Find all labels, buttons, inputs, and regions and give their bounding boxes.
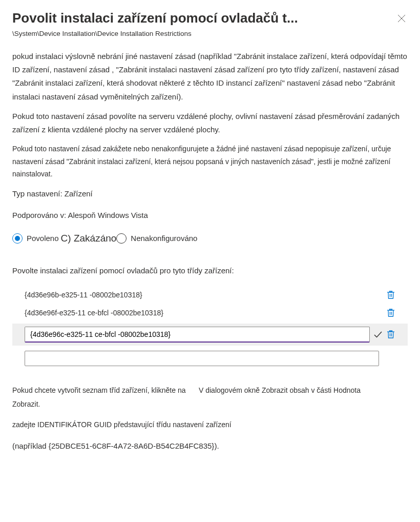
bottom-text-p3: (například {25DBCE51-6C8F-4A72-8A6D-B54C… [12,439,408,454]
delete-button[interactable] [386,290,395,299]
radio-circle-icon [116,233,127,244]
description-p3: Pokud toto nastavení zásad zakážete nebo… [12,143,408,180]
description-p1: pokud instalaci výslovně nebrání jiné na… [12,50,408,104]
radio-group: Povoleno C) Zakázáno Nenakonfigurováno [12,231,408,246]
close-button[interactable] [395,12,408,25]
bottom-help-text: Pokud chcete vytvořit seznam tříd zaříze… [12,384,408,453]
bottom-text-right: V dialogovém okně Zobrazit obsah v části… [199,384,361,411]
breadcrumb: \System\Device Installation\Device Insta… [12,28,408,39]
trash-icon [387,330,395,339]
bottom-text-left: Pokud chcete vytvořit seznam tříd zaříze… [12,384,186,411]
supported-on: Podporováno v: Alespoň Windows Vista [12,209,408,222]
radio-enabled[interactable]: Povoleno [12,232,59,245]
setting-type: Typ nastavení: Zařízení [12,188,408,200]
list-item-editing [12,324,408,346]
delete-button[interactable] [386,330,395,339]
list-item-text: {4d36e96f-e325-11 ce-bfcl -08002be10318} [25,307,386,318]
radio-circle-icon [12,233,23,244]
new-item-input[interactable] [25,351,379,366]
trash-icon [387,290,395,299]
editing-input[interactable] [25,327,370,343]
radio-notconfigured[interactable]: Nenakonfigurováno [116,232,197,245]
radio-disabled-label: C) Zakázáno [61,231,117,246]
description-block: pokud instalaci výslovně nebrání jiné na… [12,50,408,180]
checkmark-icon [373,330,383,339]
trash-icon [387,308,395,317]
list-item: {4d36e96f-e325-11 ce-bfcl -08002be10318} [12,304,408,322]
close-icon [397,14,406,23]
delete-button[interactable] [386,308,395,317]
device-class-list: {4d36e96b-e325-11 -08002be10318} {4d36e9… [12,286,408,369]
list-label: Povolte instalaci zařízení pomocí ovlada… [12,265,408,277]
confirm-button[interactable] [373,329,383,339]
bottom-text-p2: zadejte IDENTIFIKÁTOR GUID představující… [12,418,408,432]
list-item-text: {4d36e96b-e325-11 -08002be10318} [25,289,386,300]
list-item: {4d36e96b-e325-11 -08002be10318} [12,286,408,304]
page-title: Povolit instalaci zařízení pomocí ovlada… [12,10,298,26]
description-p2: Pokud toto nastavení zásad povolíte na s… [12,110,408,137]
radio-enabled-label: Povoleno [27,232,59,245]
radio-notconfigured-label: Nenakonfigurováno [131,232,197,245]
